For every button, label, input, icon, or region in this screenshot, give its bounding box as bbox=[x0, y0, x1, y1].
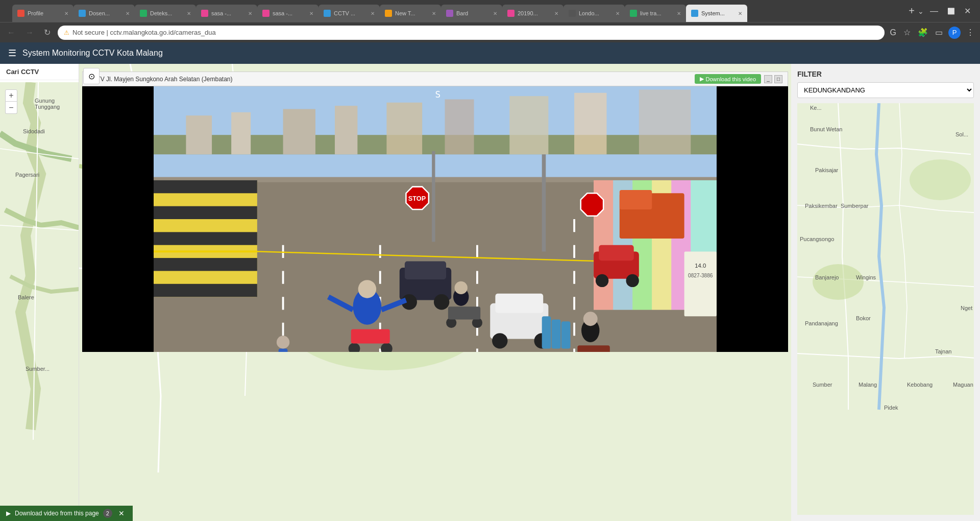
tab-favicon bbox=[691, 10, 698, 17]
filter-title: FILTER bbox=[797, 70, 974, 78]
cctv-restore-btn[interactable]: □ bbox=[774, 75, 782, 83]
right-map-label-sumberpar: Sumberpar bbox=[841, 203, 868, 209]
camera-icon-btn[interactable]: ⊙ bbox=[83, 68, 100, 84]
browser-tab-tab10[interactable]: Londo... ✕ bbox=[564, 5, 625, 22]
maximize-btn[interactable]: ⬜ bbox=[944, 8, 958, 15]
right-map-label-pidek: Pidek bbox=[884, 405, 898, 411]
sidebar-toggle-icon[interactable]: ▭ bbox=[934, 26, 944, 39]
zoom-out-btn[interactable]: − bbox=[5, 102, 17, 114]
browser-tab-tab12[interactable]: System... ✕ bbox=[686, 5, 747, 22]
tab-close-btn[interactable]: ✕ bbox=[616, 11, 620, 16]
cctv-download-btn[interactable]: ▶ Download this video bbox=[695, 74, 761, 84]
tab-close-btn[interactable]: ✕ bbox=[64, 11, 68, 16]
road-scene-svg: STOP bbox=[154, 86, 717, 352]
right-map-label-kebobang: Kebobang bbox=[907, 382, 933, 388]
browser-tab-tab3[interactable]: Deteks... ✕ bbox=[135, 5, 196, 22]
browser-tab-tab2[interactable]: Dosen... ✕ bbox=[74, 5, 135, 22]
zoom-controls: + − bbox=[5, 89, 17, 114]
address-bar-row: ← → ↻ ⚠ Not secure | cctv.malangkota.go.… bbox=[0, 22, 980, 42]
address-text: Not secure | cctv.malangkota.go.id/camer… bbox=[72, 29, 216, 36]
browser-tab-tab6[interactable]: CCTV ... ✕ bbox=[318, 5, 380, 22]
right-map-label-banjarejo: Banjarejo bbox=[815, 274, 839, 280]
extensions-icon[interactable]: 🧩 bbox=[916, 26, 929, 39]
main-content: ☰ System Monitoring CCTV Kota Malang Car… bbox=[0, 42, 980, 521]
tab-close-btn[interactable]: ✕ bbox=[371, 11, 375, 16]
close-window-btn[interactable]: ✕ bbox=[961, 6, 974, 16]
svg-point-52 bbox=[492, 333, 507, 348]
tab-title: Dosen... bbox=[89, 10, 122, 16]
svg-point-48 bbox=[596, 274, 608, 287]
new-tab-btn[interactable]: + bbox=[909, 5, 915, 17]
browser-tab-tab9[interactable]: 20190... ✕ bbox=[502, 5, 564, 22]
svg-rect-20 bbox=[154, 180, 257, 193]
cctv-minimize-btn[interactable]: _ bbox=[764, 75, 772, 83]
download-bar-close[interactable]: ✕ bbox=[116, 509, 127, 517]
tab-favicon bbox=[17, 10, 24, 17]
svg-rect-82 bbox=[684, 251, 717, 316]
right-map-label-wingins: Wingins bbox=[856, 274, 876, 280]
back-btn[interactable]: ← bbox=[4, 26, 18, 39]
tab-title: sasa -... bbox=[211, 10, 245, 16]
browser-tab-tab5[interactable]: sasa -... ✕ bbox=[257, 5, 318, 22]
svg-rect-79 bbox=[542, 316, 551, 348]
google-icon[interactable]: G bbox=[889, 27, 898, 39]
address-bar[interactable]: ⚠ Not secure | cctv.malangkota.go.id/cam… bbox=[58, 26, 885, 40]
browser-tab-tab8[interactable]: Bard ✕ bbox=[441, 5, 502, 22]
tab-close-btn[interactable]: ✕ bbox=[738, 11, 742, 16]
right-map-label-ke: Ke... bbox=[810, 105, 822, 111]
download-bar: ▶ Download video from this page 2 ✕ bbox=[0, 506, 133, 521]
browser-tab-tab4[interactable]: sasa -... ✕ bbox=[196, 5, 257, 22]
browser-tab-tab1[interactable]: Profile ✕ bbox=[12, 5, 74, 22]
browser-tab-tab7[interactable]: New T... ✕ bbox=[380, 5, 441, 22]
download-count: 2 bbox=[103, 509, 112, 518]
svg-text:14.0: 14.0 bbox=[695, 263, 706, 269]
tab-favicon bbox=[262, 10, 270, 17]
lock-icon: ⚠ bbox=[64, 29, 69, 36]
svg-rect-22 bbox=[154, 232, 257, 245]
left-sidebar: Cari CCTV bbox=[0, 64, 79, 521]
tab-favicon bbox=[630, 10, 637, 17]
forward-btn[interactable]: → bbox=[22, 26, 37, 39]
tab-close-btn[interactable]: ✕ bbox=[432, 11, 436, 16]
bookmark-star-icon[interactable]: ☆ bbox=[902, 26, 912, 39]
tab-favicon bbox=[201, 10, 208, 17]
svg-point-63 bbox=[358, 280, 376, 298]
play-icon: ▶ bbox=[700, 76, 704, 82]
svg-rect-73 bbox=[542, 154, 546, 251]
svg-point-93 bbox=[813, 264, 864, 300]
reload-btn[interactable]: ↻ bbox=[41, 26, 54, 39]
center-area: ⊙ CCTV Jl. Mayjen Sungkono Arah Selatan … bbox=[79, 64, 791, 521]
tab-favicon bbox=[446, 10, 453, 17]
svg-rect-14 bbox=[509, 96, 548, 154]
tab-favicon bbox=[569, 10, 576, 17]
content-area: Cari CCTV bbox=[0, 64, 980, 521]
svg-point-45 bbox=[434, 294, 449, 310]
cctv-window-btns: _ □ bbox=[764, 75, 782, 83]
tab-list-btn[interactable]: ⌄ bbox=[918, 7, 924, 15]
browser-tab-tab11[interactable]: live tra... ✕ bbox=[625, 5, 686, 22]
menu-icon[interactable]: ⋮ bbox=[965, 26, 976, 39]
profile-icon[interactable]: P bbox=[948, 27, 961, 39]
minimize-btn[interactable]: — bbox=[927, 7, 941, 16]
tab-close-btn[interactable]: ✕ bbox=[554, 11, 558, 16]
right-map-label-pandanajang: Pandanajang bbox=[805, 320, 838, 326]
tab-title: Londo... bbox=[579, 10, 612, 16]
right-map-label-nget: Nget bbox=[961, 305, 972, 311]
svg-rect-21 bbox=[154, 206, 257, 219]
download-bar-label[interactable]: Download video from this page bbox=[15, 510, 99, 517]
zoom-in-btn[interactable]: + bbox=[5, 89, 17, 102]
tab-close-btn[interactable]: ✕ bbox=[126, 11, 130, 16]
svg-rect-9 bbox=[231, 112, 251, 154]
svg-point-58 bbox=[455, 281, 468, 294]
hamburger-icon[interactable]: ☰ bbox=[8, 48, 16, 59]
right-panel: FILTER KEDUNGKANDANGKLOJENBLIMBINGLOWOKW… bbox=[791, 64, 980, 521]
tab-close-btn[interactable]: ✕ bbox=[493, 11, 497, 16]
tab-close-btn[interactable]: ✕ bbox=[677, 11, 681, 16]
map-label-pagersari: Pagersari bbox=[15, 172, 39, 178]
tab-close-btn[interactable]: ✕ bbox=[309, 11, 313, 16]
tab-favicon bbox=[385, 10, 392, 17]
tab-close-btn[interactable]: ✕ bbox=[187, 11, 191, 16]
svg-rect-8 bbox=[186, 115, 212, 154]
tab-close-btn[interactable]: ✕ bbox=[248, 11, 252, 16]
filter-dropdown[interactable]: KEDUNGKANDANGKLOJENBLIMBINGLOWOKWARUSUKU… bbox=[797, 82, 974, 98]
